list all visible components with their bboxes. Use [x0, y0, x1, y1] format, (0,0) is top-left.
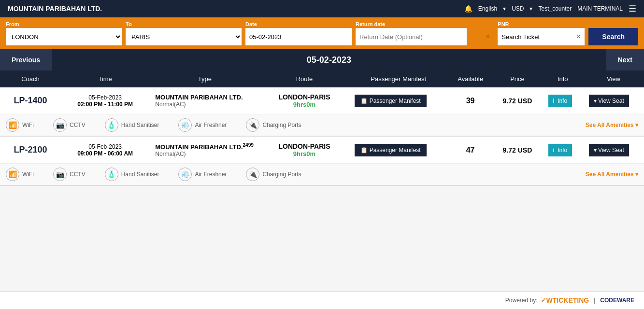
- amenity-charging-1: 🔌 Charging Ports: [246, 118, 301, 132]
- col-header-available: Available: [448, 70, 493, 87]
- available-cell-2: 47: [448, 136, 493, 164]
- info-button-1[interactable]: i Info: [548, 95, 572, 107]
- col-header-view: View: [583, 70, 644, 87]
- type-sub-2: Normal(AC): [155, 151, 254, 157]
- from-label: From: [6, 21, 122, 27]
- cctv-icon-1: 📷: [53, 118, 67, 132]
- air-label-2: Air Freshner: [195, 171, 227, 178]
- date-1: 05-Feb-2023: [67, 94, 143, 101]
- available-count-1: 39: [466, 97, 475, 105]
- route-name-2: LONDON-PARIS: [266, 142, 343, 150]
- type-name-2: MOUNTAIN PARIBAHAN LTD.2499: [155, 142, 254, 151]
- time-cell-1: 05-Feb-2023 02:00 PM - 11:00 PM: [61, 87, 149, 114]
- route-duration-1: 9hrs0m: [266, 101, 343, 108]
- dropdown-arrow: ▾: [503, 5, 506, 12]
- charging-label-2: Charging Ports: [262, 171, 301, 178]
- route-name-1: LONDON-PARIS: [266, 93, 343, 101]
- pnr-clear-button[interactable]: ×: [576, 32, 581, 41]
- amenity-charging-2: 🔌 Charging Ports: [246, 168, 301, 181]
- type-cell-2: MOUNTAIN PARIBAHAN LTD.2499 Normal(AC): [149, 136, 260, 164]
- col-header-price: Price: [492, 70, 542, 87]
- dropdown-arrow2: ▾: [530, 5, 532, 12]
- col-header-route: Route: [260, 70, 348, 87]
- see-all-2[interactable]: See All Amenities ▾: [586, 171, 638, 178]
- info-cell-2: i Info: [543, 136, 583, 164]
- col-header-time: Time: [61, 70, 149, 87]
- wifi-icon-1: 📶: [6, 118, 19, 132]
- table-header-row: Coach Time Type Route Passenger Manifest…: [0, 70, 644, 87]
- amenity-cctv-2: 📷 CCTV: [53, 168, 86, 181]
- language-selector[interactable]: English: [478, 5, 497, 12]
- bell-icon[interactable]: 🔔: [464, 5, 472, 13]
- cctv-label-2: CCTV: [70, 171, 86, 178]
- pnr-input[interactable]: [498, 28, 585, 45]
- coach-cell-2: LP-2100: [0, 136, 61, 164]
- amenity-air-2: 💨 Air Freshner: [178, 168, 227, 181]
- wifi-label-2: WiFi: [22, 171, 34, 178]
- price-value-1: 9.72 USD: [503, 97, 532, 105]
- to-select[interactable]: PARIS: [126, 28, 242, 45]
- col-header-coach: Coach: [0, 70, 61, 87]
- return-clear-button[interactable]: ×: [486, 32, 490, 41]
- time-range-2: 09:00 PM - 06:00 AM: [67, 150, 143, 157]
- time-cell-2: 05-Feb-2023 09:00 PM - 06:00 AM: [61, 136, 149, 164]
- type-sub-1: Normal(AC): [155, 101, 254, 108]
- see-all-1[interactable]: See All Amenities ▾: [586, 122, 638, 128]
- price-value-2: 9.72 USD: [503, 146, 532, 154]
- air-label-1: Air Freshner: [195, 122, 227, 128]
- manifest-cell-2: 📋 Passenger Manifest: [349, 136, 448, 164]
- amenity-row-1: 📶 WiFi 📷 CCTV 🧴 Hand Sanitiser 💨 Air Fre…: [0, 114, 644, 137]
- sanitiser-label-1: Hand Sanitiser: [121, 122, 159, 128]
- to-label: To: [126, 21, 242, 27]
- passenger-manifest-button-1[interactable]: 📋 Passenger Manifest: [355, 95, 427, 107]
- route-cell-2: LONDON-PARIS 9hrs0m: [260, 136, 348, 164]
- sanitiser-icon-2: 🧴: [105, 168, 118, 181]
- amenity-inner-1: 📶 WiFi 📷 CCTV 🧴 Hand Sanitiser 💨 Air Fre…: [6, 118, 638, 132]
- manifest-icon-1: 📋: [360, 98, 368, 104]
- company-name: MOUNTAIN PARIBAHAN LTD.: [8, 5, 102, 13]
- table-row-2: LP-2100 05-Feb-2023 09:00 PM - 06:00 AM …: [0, 136, 644, 164]
- next-button[interactable]: Next: [606, 49, 644, 70]
- search-button[interactable]: Search: [588, 28, 638, 45]
- type-name-1: MOUNTAIN PARIBAHAN LTD.: [155, 94, 254, 101]
- charging-icon-1: 🔌: [246, 118, 259, 132]
- amenity-cell-1: 📶 WiFi 📷 CCTV 🧴 Hand Sanitiser 💨 Air Fre…: [0, 114, 644, 137]
- info-cell-1: i Info: [543, 87, 583, 114]
- manifest-cell-1: 📋 Passenger Manifest: [349, 87, 448, 114]
- wifi-label-1: WiFi: [22, 122, 34, 128]
- view-cell-2: ▾ View Seat: [583, 136, 644, 164]
- pnr-field: PNR ×: [498, 21, 585, 45]
- manifest-icon-2: 📋: [360, 147, 368, 154]
- from-select[interactable]: LONDON: [6, 28, 122, 45]
- return-field: Return date ×: [356, 21, 494, 45]
- amenity-air-1: 💨 Air Freshner: [178, 118, 227, 132]
- price-cell-1: 9.72 USD: [492, 87, 542, 114]
- date-input[interactable]: [245, 28, 352, 45]
- time-range-1: 02:00 PM - 11:00 PM: [67, 101, 143, 108]
- route-duration-2: 9hrs0m: [266, 150, 343, 157]
- info-button-2[interactable]: i Info: [548, 144, 572, 156]
- current-date-display: 05-02-2023: [52, 49, 606, 70]
- amenity-sanitiser-1: 🧴 Hand Sanitiser: [105, 118, 159, 132]
- amenity-row-2: 📶 WiFi 📷 CCTV 🧴 Hand Sanitiser 💨 Air Fre…: [0, 164, 644, 186]
- amenity-cctv-1: 📷 CCTV: [53, 118, 86, 132]
- prev-button[interactable]: Previous: [0, 49, 52, 70]
- hamburger-icon[interactable]: ☰: [629, 3, 636, 14]
- amenity-sanitiser-2: 🧴 Hand Sanitiser: [105, 168, 159, 181]
- view-seat-button-2[interactable]: ▾ View Seat: [589, 144, 629, 156]
- passenger-manifest-button-2[interactable]: 📋 Passenger Manifest: [355, 144, 427, 156]
- price-cell-2: 9.72 USD: [492, 136, 542, 164]
- terminal-label: MAIN TERMINAL: [577, 5, 623, 12]
- col-header-info: Info: [543, 70, 583, 87]
- currency-selector[interactable]: USD: [512, 5, 524, 12]
- available-count-2: 47: [466, 146, 475, 154]
- route-cell-1: LONDON-PARIS 9hrs0m: [260, 87, 348, 114]
- coach-number-2: LP-2100: [14, 145, 47, 154]
- pnr-label: PNR: [498, 21, 585, 27]
- return-input[interactable]: [356, 28, 467, 45]
- view-cell-1: ▾ View Seat: [583, 87, 644, 114]
- return-input-wrap: ×: [356, 28, 494, 45]
- from-field: From LONDON: [6, 21, 122, 45]
- air-icon-2: 💨: [178, 168, 192, 181]
- view-seat-button-1[interactable]: ▾ View Seat: [589, 95, 629, 107]
